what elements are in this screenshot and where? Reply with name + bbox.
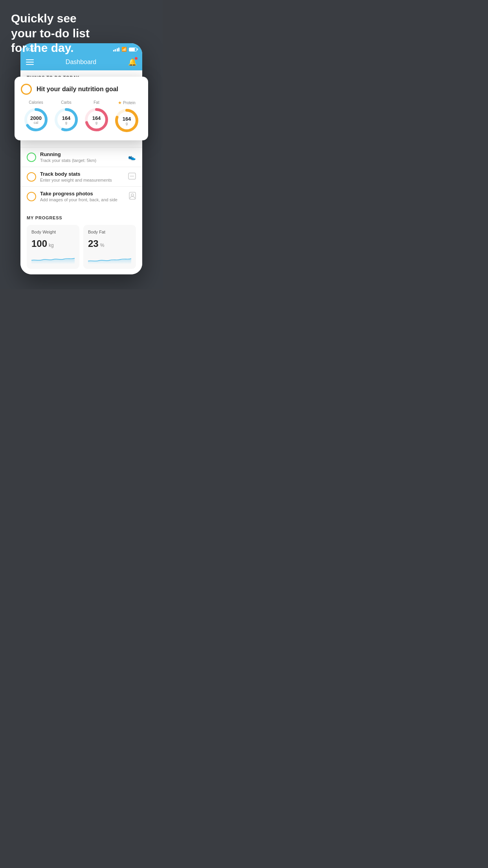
- headline-line2: your to-do list: [11, 26, 90, 41]
- running-icon: 👟: [128, 153, 136, 161]
- body-fat-unit: %: [100, 243, 105, 248]
- todo-circle-body-stats: [27, 172, 36, 182]
- todo-main-running: Running: [40, 151, 124, 157]
- todo-text-running: Running Track your stats (target: 5km): [40, 151, 124, 163]
- carbs-label: Carbs: [61, 100, 72, 105]
- card-header: Hit your daily nutrition goal: [21, 84, 142, 95]
- nutrition-calories: Calories 2000 cal: [23, 100, 49, 132]
- protein-label: ★ Protein: [118, 100, 136, 105]
- carbs-donut: 164 g: [53, 107, 79, 132]
- fat-label: Fat: [94, 100, 99, 105]
- todo-sub-progress-photos: Add images of your front, back, and side: [40, 197, 125, 202]
- scale-icon: [128, 173, 136, 181]
- calories-label: Calories: [29, 100, 43, 105]
- nutrition-carbs: Carbs 164 g: [53, 100, 79, 132]
- body-weight-number: 100: [31, 238, 47, 249]
- calories-value: 2000 cal: [30, 115, 42, 124]
- todo-item-running[interactable]: Running Track your stats (target: 5km) 👟: [20, 147, 142, 167]
- app-header: Dashboard 🔔: [20, 54, 142, 70]
- body-fat-value: 23 %: [88, 238, 131, 249]
- nutrition-goal-card: Hit your daily nutrition goal Calories 2…: [15, 77, 148, 140]
- hamburger-menu-button[interactable]: [26, 59, 34, 65]
- star-icon: ★: [118, 100, 122, 105]
- fat-donut: 164 g: [84, 107, 109, 132]
- progress-cards: Body Weight 100 kg: [27, 225, 136, 269]
- body-fat-number: 23: [88, 238, 99, 249]
- todo-circle-running: [27, 153, 36, 162]
- goal-circle-check: [21, 84, 32, 95]
- hamburger-line: [26, 59, 34, 60]
- signal-icon: [113, 48, 120, 51]
- todo-main-progress-photos: Take progress photos: [40, 191, 125, 197]
- svg-point-3: [131, 194, 134, 196]
- todo-main-body-stats: Track body stats: [40, 171, 124, 177]
- status-icons: 📶: [113, 47, 137, 52]
- todo-circle-progress-photos: [27, 192, 36, 201]
- protein-donut: 164 g: [114, 108, 139, 133]
- todo-item-body-stats[interactable]: Track body stats Enter your weight and m…: [20, 167, 142, 186]
- todo-sub-body-stats: Enter your weight and measurements: [40, 178, 124, 182]
- fat-value: 164 g: [92, 115, 101, 124]
- body-weight-card[interactable]: Body Weight 100 kg: [27, 225, 79, 269]
- wifi-icon: 📶: [121, 47, 127, 52]
- todo-list: Running Track your stats (target: 5km) 👟…: [20, 147, 142, 206]
- todo-sub-running: Track your stats (target: 5km): [40, 158, 124, 163]
- body-weight-value: 100 kg: [31, 238, 75, 249]
- hamburger-line: [26, 62, 34, 63]
- protein-value: 164 g: [123, 116, 131, 125]
- background: Quickly see your to-do list for the day.…: [0, 0, 163, 289]
- nutrition-row: Calories 2000 cal Carbs: [21, 100, 142, 133]
- body-fat-chart: [88, 252, 131, 264]
- person-icon: [129, 192, 136, 201]
- body-weight-label: Body Weight: [31, 230, 75, 234]
- calories-donut: 2000 cal: [23, 107, 49, 132]
- notification-dot: [135, 57, 138, 60]
- todo-item-progress-photos[interactable]: Take progress photos Add images of your …: [20, 186, 142, 206]
- body-fat-label: Body Fat: [88, 230, 131, 234]
- hamburger-line: [26, 64, 34, 65]
- progress-section: MY PROGRESS Body Weight 100 kg: [20, 210, 142, 274]
- headline-line1: Quickly see: [11, 11, 90, 26]
- carbs-value: 164 g: [62, 115, 71, 124]
- body-weight-chart: [31, 252, 75, 264]
- notification-bell-button[interactable]: 🔔: [128, 58, 137, 66]
- headline-line3: for the day.: [11, 40, 90, 55]
- todo-text-progress-photos: Take progress photos Add images of your …: [40, 191, 125, 202]
- progress-title: MY PROGRESS: [27, 215, 136, 220]
- todo-text-body-stats: Track body stats Enter your weight and m…: [40, 171, 124, 182]
- battery-icon: [129, 48, 137, 51]
- body-weight-unit: kg: [49, 243, 54, 248]
- body-fat-card[interactable]: Body Fat 23 %: [83, 225, 136, 269]
- nutrition-fat: Fat 164 g: [84, 100, 109, 132]
- header-title: Dashboard: [66, 59, 96, 66]
- headline: Quickly see your to-do list for the day.: [11, 11, 90, 55]
- card-title: Hit your daily nutrition goal: [37, 86, 118, 93]
- nutrition-protein: ★ Protein 164 g: [114, 100, 139, 133]
